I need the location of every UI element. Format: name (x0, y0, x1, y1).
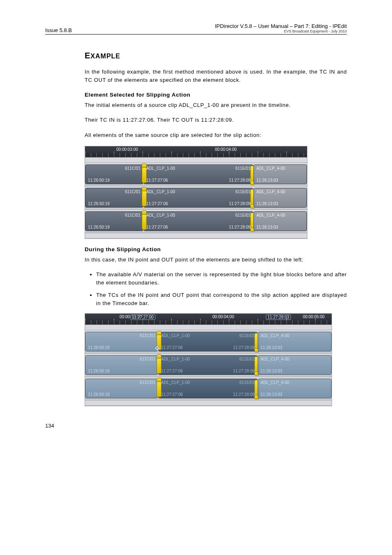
clip-ghost-selected[interactable]: ADL_CLP_1-00 11:27:27:06 611E/01 11:27:2… (158, 355, 258, 375)
page-number: 134 (45, 423, 347, 429)
timeline-track: 611C/01 11:26:50:19 ADL_CLP_1-00 11:27:2… (85, 186, 307, 210)
clip-left[interactable]: 611C/01 11:26:50:19 (85, 211, 143, 231)
clip-ghost-left[interactable]: 611C/01 11:26:50:19 (85, 332, 158, 352)
timeline-track: 611C/01 11:26:50:19 ADL_CLP_1-00 11:27:2… (85, 354, 332, 377)
clip-selected[interactable]: ADL_CLP_1-00 11:27:27:06 611E/01 11:27:2… (143, 211, 254, 231)
clip-right[interactable]: ADL_CLP_4-00 11:26:13:03 (254, 164, 307, 184)
sec1-p2: Their TC IN is 11:27:27:06. Their TC OUT… (85, 116, 347, 124)
header-issue: Issue 5.8.B (45, 27, 72, 33)
clip-ghost-right[interactable]: ADL_CLP_4-00 11:26:13:03 (258, 355, 332, 375)
clip-ghost-right[interactable]: ADL_CLP_4-00 11:26:13:03 (258, 332, 332, 352)
timeline-figure-2: 00:00:03:00 11:27:27:00 00:00:04:00 11:2… (85, 313, 332, 406)
timeline-track: 611C/01 11:26:50:19 ADL_CLP_1-00 11:27:2… (85, 377, 332, 400)
clip-selected[interactable]: ADL_CLP_1-00 11:27:27:06 611E/01 11:27:2… (143, 188, 254, 208)
sec2-p1: In this case, the IN point and OUT point… (85, 256, 347, 264)
timecode-ruler: 00:00:03:00 11:27:27:00 00:00:04:00 11:2… (85, 314, 332, 325)
intro-paragraph: In the following example, the first meth… (85, 68, 347, 84)
subheading-during: During the Slipping Action (85, 246, 347, 252)
timecode-ruler: 00:00:03:00 00:00:04:00 (85, 146, 307, 157)
clip-right[interactable]: ADL_CLP_4-00 11:26:13:03 (254, 188, 307, 208)
timeline-track: 611C/01 11:26:50:19 ADL_CLP_1-00 11:27:2… (85, 163, 307, 186)
bullet-item: The available A/V material on the server… (96, 271, 347, 287)
clip-left[interactable]: 611C/01 11:26:50:19 (85, 188, 143, 208)
slip-cursor-icon: ✥ (154, 345, 160, 352)
sec1-p1: The initial elements of a source clip AD… (85, 101, 347, 109)
clip-ghost-selected[interactable]: ADL_CLP_1-00 11:27:27:06 611E/01 11:27:2… (158, 332, 258, 352)
page-header: Issue 5.8.B IPDirector V.5.8 – User Manu… (45, 23, 347, 35)
timeline-figure-1: 00:00:03:00 00:00:04:00 611C/01 11:26:50… (85, 146, 307, 239)
header-doc-sub: EVS Broadcast Equipment - July 2010 (215, 29, 347, 33)
clip-ghost-left[interactable]: 611C/01 11:26:50:19 (85, 379, 158, 398)
section-heading-example: EXAMPLE (85, 51, 347, 60)
timeline-track: 611C/01 11:26:50:19 ADL_CLP_1-00 11:27:2… (85, 330, 332, 354)
sec1-p3: All elements of the same source clip are… (85, 131, 347, 139)
clip-ghost-left[interactable]: 611C/01 11:26:50:19 (85, 355, 158, 375)
timeline-track: 611C/01 11:26:50:19 ADL_CLP_1-00 11:27:2… (85, 210, 307, 233)
clip-right[interactable]: ADL_CLP_4-00 11:26:13:03 (254, 211, 307, 231)
header-doc-title: IPDirector V.5.8 – User Manual – Part 7:… (215, 23, 347, 29)
clip-left[interactable]: 611C/01 11:26:50:19 (85, 164, 143, 184)
clip-ghost-right[interactable]: ADL_CLP_4-00 11:26:13:03 (258, 379, 332, 398)
subheading-selected: Element Selected for Slipping Action (85, 92, 347, 98)
bullet-item: The TCs of the IN point and OUT point th… (96, 291, 347, 308)
clip-selected[interactable]: ADL_CLP_1-00 11:27:27:06 611E/01 11:27:2… (143, 164, 254, 184)
clip-ghost-selected[interactable]: ADL_CLP_1-00 11:27:27:06 611E/01 11:27:2… (158, 379, 258, 398)
